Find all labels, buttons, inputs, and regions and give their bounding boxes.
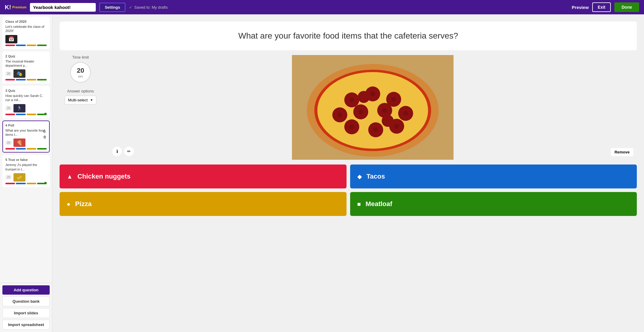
answer-icon-4: ■ [357,201,361,208]
done-button[interactable]: Done [614,2,639,12]
check-icon: ✓ [129,5,132,10]
question-card-label: 4 Poll [5,124,47,127]
question-card-label: 5 True or false [5,158,47,162]
time-limit-control: Time limit 20 sec [60,55,101,83]
sidebar: Class of 2020Let's celebrate the class o… [0,14,52,332]
thumb-bar-item [27,45,36,46]
thumb-emoji: 🏃 [13,104,25,112]
header-actions: Preview Exit Done [572,2,639,12]
main-layout: Class of 2020Let's celebrate the class o… [0,14,644,332]
thumb-bar-item [27,148,36,150]
thumb-emoji: 🍕 [13,138,25,147]
thumb-bar-item [16,45,25,46]
question-card-label: 2 Quiz [5,54,47,58]
image-info-button[interactable]: ℹ [112,147,122,156]
answer-tile-2[interactable]: ◆Tacos [350,165,637,188]
time-value: 20 [77,67,84,74]
thumb-bar [5,45,47,46]
pizza-svg [109,55,637,160]
time-unit: sec [78,74,83,78]
svg-point-25 [394,124,399,129]
answer-text-1: Chicken nuggets [78,173,130,180]
answer-options-label: Answer options [67,89,94,93]
sidebar-questions: Class of 2020Let's celebrate the class o… [0,14,52,283]
answer-text-4: Meatloaf [366,200,392,208]
question-bank-button[interactable]: Question bank [2,296,50,306]
preview-button[interactable]: Preview [572,5,589,10]
answer-tile-1[interactable]: ▲Chicken nuggets [60,165,347,188]
question-card-text: Jeremy J's played the trumpet in t... [5,163,47,171]
thumb-bar-item [5,45,15,46]
remove-image-button[interactable]: Remove [611,148,633,156]
svg-point-14 [358,91,370,103]
question-image-area: ℹ ✏ Remove [109,55,637,160]
svg-point-23 [350,124,354,129]
answer-text-2: Tacos [367,173,385,180]
duplicate-icon[interactable]: ⧉ [43,130,47,134]
answer-tile-3[interactable]: ●Pizza [60,192,347,216]
svg-point-24 [373,127,378,132]
thumb-bar-item [5,114,15,115]
thumb-bar-item [27,114,36,115]
thumb-bar-item [5,183,15,184]
answer-tile-4[interactable]: ■Meatloaf [350,192,637,216]
answer-type-select[interactable]: Multi-select ▼ [65,96,96,104]
middle-section: Time limit 20 sec Answer options Multi-s… [60,55,637,160]
thumb-emoji: 🎭 [13,69,25,78]
thumb-bar-item [37,79,47,80]
thumb-bar-item [27,183,36,184]
question-card-label: Class of 2020 [5,20,47,23]
answer-icon-2: ◆ [357,173,362,180]
import-spreadsheet-button[interactable]: Import spreadsheet [2,320,50,330]
status-dot [44,113,47,115]
kahoot-title-input[interactable] [30,3,96,12]
thumb-emoji: 📅 [5,35,17,43]
time-limit-label: Time limit [72,55,89,60]
image-overlay-buttons: ℹ ✏ [112,147,134,156]
answer-text-3: Pizza [75,200,92,208]
thumb-img: 🎺 [13,173,25,182]
header: K!Premium Settings ✓ Saved to: My drafts… [0,0,644,14]
thumb-bar-item [5,148,15,150]
thumb-num: 20 [5,71,12,76]
question-card-thumb: 20🏃 [5,104,47,112]
sidebar-question-2[interactable]: 2 QuizThe musical theater department p..… [2,51,50,84]
answer-type-value: Multi-select [68,98,88,102]
sidebar-question-4[interactable]: 4 PollWhat are your favorite food items … [2,121,50,153]
question-card-thumb: 📅 [5,35,47,43]
thumb-bar-item [16,183,25,184]
controls-panel: Time limit 20 sec Answer options Multi-s… [60,55,101,104]
sidebar-question-5[interactable]: 5 True or falseJeremy J's played the tru… [2,155,50,187]
chevron-down-icon: ▼ [90,98,93,102]
thumb-bar-item [27,79,36,80]
question-title: What are your favorite food items that t… [67,31,630,41]
thumb-num: 20 [5,106,12,110]
thumb-bar-item [16,148,25,150]
exit-button[interactable]: Exit [592,2,611,12]
saved-status: ✓ Saved to: My drafts [129,5,168,10]
delete-icon[interactable]: 🗑 [43,135,47,139]
settings-button[interactable]: Settings [99,3,125,12]
sidebar-question-3[interactable]: 3 QuizHow quickly can Sarah C. run a mil… [2,86,50,118]
image-edit-button[interactable]: ✏ [124,147,134,156]
time-circle[interactable]: 20 sec [70,62,91,83]
import-slides-button[interactable]: Import slides [2,308,50,318]
thumb-img: 🍕 [13,138,25,147]
thumb-bar-item [16,114,25,115]
answer-options-control: Answer options Multi-select ▼ [60,89,101,104]
svg-point-18 [391,97,396,102]
thumb-num: 20 [5,175,12,179]
thumb-bar-item [16,79,25,80]
thumb-img: 🏃 [13,104,25,112]
add-question-button[interactable]: Add question [2,285,50,295]
thumb-img: 📅 [5,35,17,43]
thumb-bar-item [5,79,15,80]
question-card-text: What are your favorite food items t... [5,128,47,137]
logo: K!Premium [5,4,26,11]
thumb-bar-item [37,45,47,46]
question-title-box: What are your favorite food items that t… [60,22,637,50]
sidebar-question-1[interactable]: Class of 2020Let's celebrate the class o… [2,17,50,49]
svg-point-16 [350,98,354,102]
question-card-thumb: 20🎺 [5,173,47,182]
question-card-text: The musical theater department p... [5,59,47,68]
